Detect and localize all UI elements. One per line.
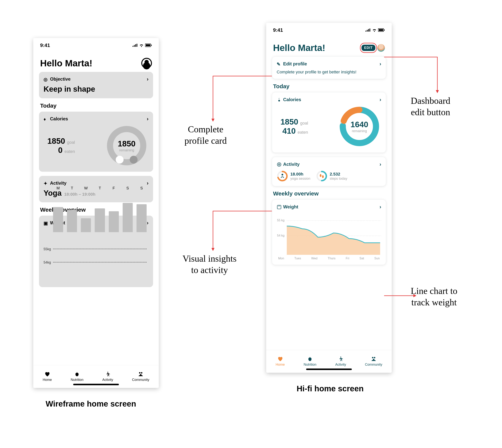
- svg-rect-14: [365, 31, 366, 32]
- heart-icon: [45, 371, 50, 377]
- apple-icon: [74, 371, 80, 377]
- calories-title: Calories: [283, 97, 301, 102]
- nav-community[interactable]: Community: [365, 356, 382, 367]
- svg-point-39: [374, 357, 375, 358]
- weight-bar-chart: MTWTFSS 55kg 54kg: [44, 230, 148, 283]
- utensils-icon: ✎: [277, 62, 282, 66]
- weight-line-chart: 55 kg 54 kg MonTuesWedThursFriSatSun: [277, 213, 381, 260]
- activity-title: Activity: [50, 180, 66, 186]
- objective-value: Keep in shape: [44, 85, 148, 93]
- nav-nutrition[interactable]: Nutrition: [304, 356, 316, 367]
- activity-yoga: 18.00hyoga session: [277, 170, 310, 182]
- svg-marker-42: [436, 90, 439, 93]
- hifi-phone: 9:41 Hello Marta! EDIT ✎Edit profile: [266, 23, 392, 373]
- caption-hifi: Hi-fi home screen: [297, 384, 364, 393]
- apple-icon: [307, 356, 313, 362]
- greeting-title: Hello Marta!: [40, 58, 92, 68]
- svg-point-33: [322, 175, 324, 178]
- nav-community[interactable]: Community: [132, 371, 149, 382]
- anno-edit-text: Dashboardedit button: [411, 95, 450, 118]
- svg-point-37: [340, 356, 341, 357]
- battery-icon: [145, 44, 152, 47]
- calories-eaten: 410: [282, 127, 296, 136]
- greeting-row: Hello Marta!: [33, 52, 159, 72]
- svg-rect-3: [137, 44, 137, 47]
- greeting-row: Hello Marta! EDIT: [266, 37, 392, 56]
- weekly-label: Weekly overview: [273, 190, 386, 197]
- calories-card[interactable]: Calories › 1850goal 410eaten: [272, 92, 386, 153]
- person-icon: [338, 356, 343, 362]
- activity-steps: 2.532steps today: [316, 170, 347, 182]
- yoga-ring-icon: [277, 170, 288, 182]
- objective-card[interactable]: ◎Objective › Keep in shape: [39, 72, 153, 98]
- svg-marker-41: [211, 119, 214, 122]
- svg-rect-2: [135, 44, 136, 47]
- calories-title: Calories: [50, 116, 68, 121]
- svg-point-29: [282, 174, 283, 176]
- svg-rect-16: [368, 29, 369, 32]
- svg-point-11: [139, 372, 141, 374]
- weight-card[interactable]: Weight › 55 kg 54 kg MonTuesWedThursFriS…: [272, 199, 386, 265]
- calories-card[interactable]: ♦Calories › 1850goal 0eaten: [39, 112, 153, 172]
- heart-icon: [277, 356, 283, 362]
- chevron-right-icon: ›: [380, 96, 381, 103]
- anno-activity-arrow: [209, 207, 274, 255]
- anno-profile-text: Completeprofile card: [184, 124, 227, 146]
- home-indicator: [73, 384, 119, 385]
- target-icon: ◎: [44, 77, 49, 82]
- anno-activity-text: Visual insightsto activity: [182, 253, 237, 276]
- activity-card[interactable]: Activity › 18.00hyoga session: [272, 157, 386, 186]
- bottom-nav: Home Nutrition Activity Community: [266, 350, 392, 373]
- group-icon: [371, 356, 376, 362]
- annotation-highlight: [360, 43, 377, 53]
- status-time: 9:41: [273, 27, 283, 33]
- status-time: 9:41: [40, 42, 50, 48]
- chevron-right-icon: ›: [147, 220, 148, 226]
- activity-title: Activity: [283, 162, 300, 167]
- svg-rect-17: [370, 29, 370, 32]
- target-icon: [277, 162, 282, 167]
- greeting-title: Hello Marta!: [273, 43, 325, 53]
- svg-rect-15: [367, 30, 368, 32]
- objective-title: Objective: [50, 77, 71, 81]
- calories-donut: 1850 remaining: [105, 124, 148, 168]
- profile-card[interactable]: ✎Edit profile › Complete your profile to…: [272, 56, 386, 79]
- chevron-right-icon: ›: [380, 204, 381, 210]
- wifi-icon: [372, 28, 377, 32]
- battery-icon: [378, 28, 385, 32]
- svg-rect-20: [384, 30, 385, 31]
- edit-button[interactable]: EDIT: [361, 45, 375, 51]
- avatar-icon[interactable]: [141, 58, 152, 68]
- flame-icon: [277, 97, 282, 102]
- anno-weight-text: Line chart totrack weight: [411, 285, 457, 308]
- profile-card-subtitle: Complete your profile to get better insi…: [277, 70, 381, 75]
- nav-activity[interactable]: Activity: [102, 371, 113, 382]
- nav-home[interactable]: Home: [276, 356, 285, 367]
- svg-point-38: [372, 357, 373, 358]
- svg-rect-5: [146, 44, 150, 46]
- nav-nutrition[interactable]: Nutrition: [71, 371, 83, 382]
- svg-point-10: [107, 372, 108, 373]
- cellular-icon: [365, 29, 371, 32]
- scale-icon: [277, 205, 282, 209]
- svg-rect-6: [151, 45, 152, 46]
- cellular-icon: [132, 44, 138, 47]
- calories-donut: 1640 remaining: [338, 105, 381, 148]
- avatar[interactable]: [377, 44, 385, 52]
- wifi-icon: [139, 43, 144, 47]
- person-icon: [105, 371, 111, 377]
- chevron-right-icon: ›: [147, 76, 148, 82]
- flame-icon: ♦: [44, 117, 49, 122]
- today-label: Today: [273, 83, 386, 90]
- nav-home[interactable]: Home: [43, 371, 52, 382]
- status-icons: [132, 43, 152, 47]
- weight-card[interactable]: ▣Weight › MTWTFSS 55kg 54kg: [39, 216, 153, 287]
- nav-activity[interactable]: Activity: [335, 356, 346, 367]
- svg-rect-0: [132, 46, 133, 47]
- calories-goal: 1850: [47, 137, 65, 146]
- profile-card-title: Edit profile: [283, 61, 307, 66]
- status-bar: 9:41: [266, 23, 392, 37]
- status-bar: 9:41: [33, 38, 159, 52]
- status-icons: [365, 28, 385, 32]
- svg-marker-43: [211, 248, 214, 251]
